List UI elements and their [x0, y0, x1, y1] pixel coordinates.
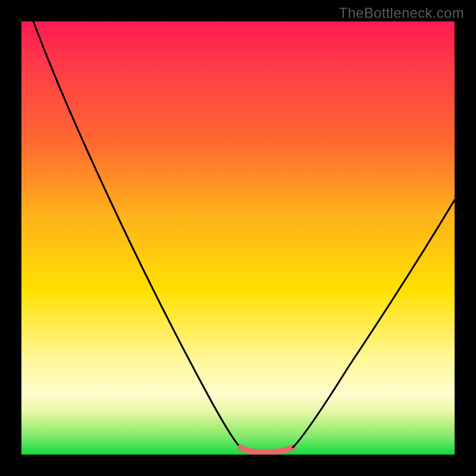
curve-right-branch [293, 200, 455, 447]
bottleneck-curve [21, 21, 455, 455]
watermark-text: TheBottleneck.com [339, 5, 464, 21]
curve-left-branch [33, 21, 240, 447]
chart-container: TheBottleneck.com [0, 0, 476, 476]
plot-area [21, 21, 455, 455]
curve-flat-bottom [240, 447, 293, 452]
